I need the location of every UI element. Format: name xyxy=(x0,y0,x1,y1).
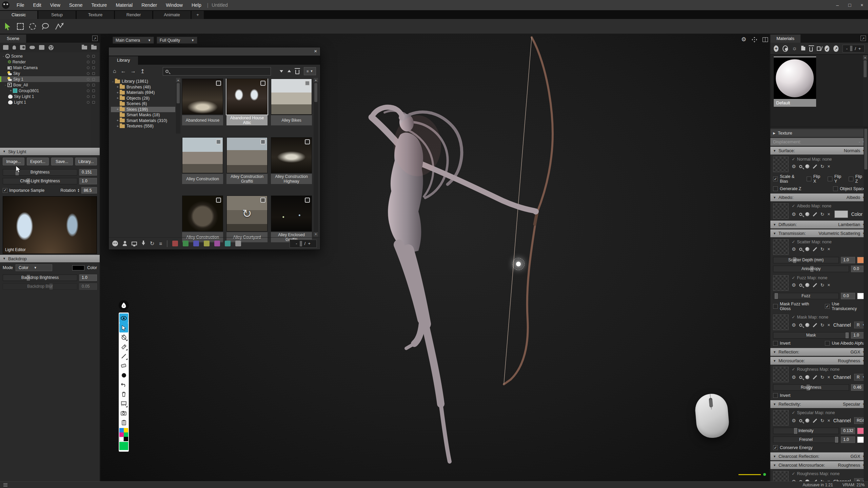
albedo-map-slot[interactable] xyxy=(773,203,789,219)
map-clear-icon[interactable]: × xyxy=(827,374,830,380)
quality-select[interactable]: Full Quality ▼ xyxy=(157,37,197,44)
thumbnail-size-control[interactable]: -/+ xyxy=(290,240,317,248)
add-material-icon[interactable] xyxy=(48,45,54,50)
lock-icon[interactable] xyxy=(87,72,90,75)
load-material-icon[interactable]: ↙ xyxy=(825,45,829,52)
folder-library[interactable]: -Library (1861) xyxy=(111,79,175,84)
item-checkbox[interactable] xyxy=(305,139,310,144)
map-reload-icon[interactable]: ↻ xyxy=(821,479,825,481)
mask-map-slot[interactable] xyxy=(773,314,789,330)
view-options-button[interactable]: ≡▼ xyxy=(304,67,316,75)
invert-checkbox[interactable] xyxy=(773,341,778,346)
scatter-depth-value[interactable]: 1.0 xyxy=(841,257,855,263)
map-zoom-icon[interactable] xyxy=(799,324,802,327)
map-sphere-icon[interactable] xyxy=(805,480,809,481)
refresh-icon[interactable]: ↻ xyxy=(150,240,154,247)
map-zoom-icon[interactable] xyxy=(799,284,802,287)
visibility-icon[interactable] xyxy=(92,61,95,63)
map-settings-icon[interactable]: ⚙ xyxy=(792,211,796,217)
importance-sample-checkbox[interactable]: ✓ xyxy=(3,188,7,193)
annotation-screenshot-button[interactable] xyxy=(119,408,128,418)
tree-row-render[interactable]: ⚙Render xyxy=(0,59,100,65)
tree-row-light-1[interactable]: Light 1 xyxy=(0,99,100,105)
delete-material-icon[interactable] xyxy=(809,47,813,52)
folder-textures[interactable]: +Textures (558) xyxy=(111,123,175,129)
map-edit-icon[interactable] xyxy=(813,283,817,287)
menu-material[interactable]: Material xyxy=(111,0,137,10)
tree-row-sky-1[interactable]: Sky 1 xyxy=(0,76,100,82)
backdrop-brightness-slider[interactable]: Backdrop Brightness 1.0 xyxy=(0,273,100,282)
transmission-section-header[interactable]: ▼Transmission:Volumetric Scattering▼ xyxy=(770,229,868,237)
light-gizmo[interactable] xyxy=(516,262,521,266)
tree-row-scene[interactable]: -Scene xyxy=(0,53,100,59)
panel-popout-icon[interactable]: ↗ xyxy=(861,36,866,41)
folder-scenes[interactable]: Scenes (6) xyxy=(111,101,175,107)
split-view-icon[interactable] xyxy=(763,37,768,42)
generate-z-checkbox[interactable] xyxy=(773,186,778,191)
map-clear-icon[interactable]: × xyxy=(827,164,830,169)
export-icon[interactable] xyxy=(288,68,291,72)
map-clear-icon[interactable]: × xyxy=(827,322,830,328)
ellipse-select-tool-icon[interactable] xyxy=(29,23,36,30)
annotation-visibility-button[interactable] xyxy=(119,313,128,323)
tab-library[interactable]: Library xyxy=(109,56,138,65)
annotation-timer-button[interactable] xyxy=(119,332,128,342)
child-light-brightness-value[interactable]: 1.0 xyxy=(79,178,97,184)
fuzz-map-slot[interactable] xyxy=(773,275,789,291)
save-button[interactable]: Save... xyxy=(51,158,73,165)
specular-map-slot[interactable] xyxy=(773,410,789,426)
folder-skies[interactable]: +Skies (199) xyxy=(111,107,175,113)
map-sphere-icon[interactable] xyxy=(805,283,809,287)
tag-teal-swatch[interactable] xyxy=(225,241,231,246)
use-translucency-checkbox[interactable]: ✓ xyxy=(825,304,830,309)
refresh-previews-icon[interactable]: ☼ xyxy=(792,45,797,52)
tag-green-swatch[interactable] xyxy=(183,241,189,246)
tree-row-bow-all[interactable]: -Bow_All xyxy=(0,82,100,88)
child-light-brightness-slider[interactable]: Child-Light Brightness 1.0 xyxy=(0,177,100,185)
microsurface-section-header[interactable]: ▼Microsurface:Roughness▼ xyxy=(770,357,868,365)
camera-select[interactable]: Main Camera ▼ xyxy=(113,37,154,44)
scatter-depth-slider[interactable]: Scatter Depth (mm) 1.0 xyxy=(770,256,868,264)
anisotropy-value[interactable]: 0.0 xyxy=(851,266,865,272)
tree-row-group3601[interactable]: +Group3601 xyxy=(0,88,100,94)
material-folder-icon[interactable] xyxy=(801,47,805,50)
annotation-undo-button[interactable] xyxy=(119,380,128,389)
roughness-slider[interactable]: Roughness 0.46 xyxy=(770,383,868,392)
properties-scrollbar[interactable] xyxy=(864,127,868,481)
map-zoom-icon[interactable] xyxy=(799,376,802,379)
forward-icon[interactable]: → xyxy=(131,68,136,74)
fuzz-value[interactable]: 0.0 xyxy=(841,293,855,299)
tag-olive-swatch[interactable] xyxy=(204,241,210,246)
mask-value[interactable]: 1.0 xyxy=(851,332,865,339)
visibility-icon[interactable] xyxy=(92,66,95,69)
brightness-value[interactable]: 0.151 xyxy=(79,169,97,176)
lock-icon[interactable] xyxy=(87,89,90,92)
expander[interactable]: - xyxy=(1,54,5,58)
tag-blue-swatch[interactable] xyxy=(193,241,199,246)
tab-animate[interactable]: Animate xyxy=(153,11,191,19)
library-titlebar[interactable]: × xyxy=(109,47,320,56)
lock-icon[interactable] xyxy=(87,78,90,81)
transmission-mode-select[interactable]: Volumetric Scattering▼ xyxy=(818,231,865,236)
export-button[interactable]: Export... xyxy=(27,158,48,165)
map-edit-icon[interactable] xyxy=(813,323,817,327)
tab-texture[interactable]: Texture xyxy=(77,11,114,19)
grid-scrollbar[interactable]: ▲ ▼ xyxy=(314,78,318,237)
add-workspace-tab[interactable]: + xyxy=(192,11,204,19)
scatter-map-slot[interactable] xyxy=(773,239,789,255)
folder-smart-materials[interactable]: +Smart Materials (310) xyxy=(111,118,175,124)
add-object-icon[interactable] xyxy=(3,45,8,50)
map-sphere-icon[interactable] xyxy=(805,164,809,168)
lasso-select-tool-icon[interactable] xyxy=(41,23,50,30)
item-checkbox[interactable] xyxy=(260,139,265,144)
folder-objects[interactable]: +Objects (28) xyxy=(111,96,175,101)
up-level-icon[interactable]: ↥ xyxy=(140,68,145,75)
map-reload-icon[interactable]: ↻ xyxy=(821,282,825,288)
object-space-checkbox[interactable] xyxy=(833,186,838,191)
map-sphere-icon[interactable] xyxy=(805,212,809,216)
palette-black[interactable] xyxy=(124,437,128,441)
save-material-icon[interactable]: ↗ xyxy=(833,45,838,52)
lock-icon[interactable] xyxy=(87,84,90,86)
scale-bias-checkbox[interactable]: ✓ xyxy=(773,177,778,181)
intensity-slider[interactable]: Intensity 0.132 xyxy=(770,426,868,435)
